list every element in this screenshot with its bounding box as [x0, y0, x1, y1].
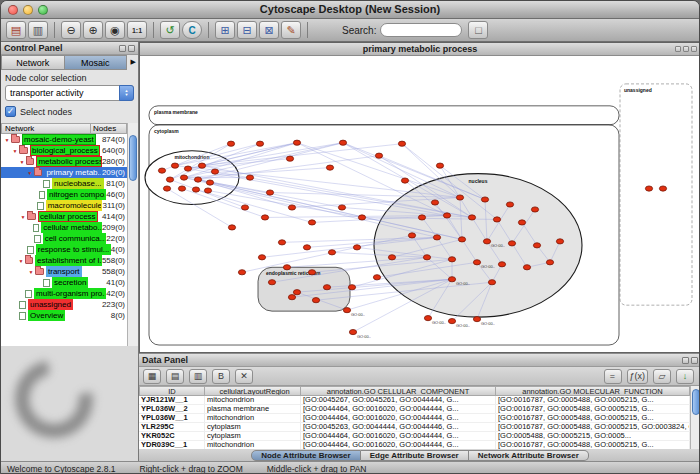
tree-row[interactable]: ▼transport558(0) [1, 266, 127, 277]
network-column-header[interactable]: Network [1, 123, 91, 134]
tree-row[interactable]: cell communica...22(0) [1, 233, 127, 244]
expander-icon[interactable]: ▼ [26, 170, 34, 176]
graph-node[interactable] [443, 213, 450, 218]
graph-node[interactable] [423, 255, 430, 260]
graph-node[interactable] [659, 186, 666, 191]
graph-node[interactable] [286, 156, 293, 161]
graph-node[interactable] [278, 240, 285, 245]
tree-row[interactable]: unassigned223(0) [1, 299, 127, 310]
tree-row[interactable]: ▼primary metab..209(0) [1, 167, 127, 178]
attribute-select-icon[interactable]: ▦ [143, 369, 161, 384]
tab-edge-attribute-browser[interactable]: Edge Attribute Browser [361, 450, 469, 461]
graph-node[interactable] [348, 285, 355, 290]
graph-node[interactable] [192, 187, 199, 192]
graph-node[interactable] [241, 205, 248, 210]
tree-row[interactable]: ▼establishment of l...558(0) [1, 255, 127, 266]
tab-network-attribute-browser[interactable]: Network Attribute Browser [469, 450, 589, 461]
graph-node[interactable] [166, 177, 173, 182]
tree-row[interactable]: macromolecule...311(0) [1, 200, 127, 211]
graph-node[interactable] [283, 265, 290, 270]
graph-node[interactable] [373, 275, 380, 280]
table-row[interactable]: YLR295Ccytoplasm[GO:0045263, GO:0044444,… [139, 423, 690, 432]
graph-node[interactable] [483, 239, 490, 244]
plugin-box-icon[interactable]: □ [468, 21, 488, 39]
graph-node[interactable] [408, 233, 415, 238]
graph-node[interactable] [556, 239, 563, 244]
graph-node[interactable] [398, 141, 405, 146]
graph-node[interactable] [228, 225, 235, 230]
zoom-selected-icon[interactable]: ◉ [105, 21, 125, 39]
zoom-out-icon[interactable]: ⊖ [61, 21, 81, 39]
graph-node[interactable] [308, 270, 315, 275]
graph-node[interactable] [424, 316, 431, 321]
graph-node[interactable] [473, 317, 480, 322]
graph-node[interactable] [418, 215, 425, 220]
zoom-fit-icon[interactable]: 1:1 [127, 21, 147, 39]
tree-scrollbar[interactable] [127, 123, 138, 346]
graph-node[interactable] [261, 215, 268, 220]
graph-node[interactable] [353, 245, 360, 250]
nodes-column-header[interactable]: Nodes [91, 123, 127, 134]
tree-row[interactable]: nitrogen compo...46(0) [1, 189, 127, 200]
graph-node[interactable] [458, 237, 465, 242]
tree-row[interactable]: ▼mosaic-demo-yeast874(0) [1, 134, 127, 145]
tree-scrollbar-thumb[interactable] [129, 135, 137, 181]
graph-node[interactable] [258, 255, 265, 260]
graph-node[interactable] [308, 220, 315, 225]
graph-node[interactable] [206, 180, 213, 185]
graph-node[interactable] [204, 188, 211, 193]
graph-node[interactable] [498, 262, 505, 267]
tab-node-attribute-browser[interactable]: Node Attribute Browser [251, 450, 361, 461]
table-scrollbar[interactable] [690, 386, 700, 449]
column-header[interactable]: annotation.GO CELLULAR_COMPONENT [301, 386, 496, 396]
graph-node[interactable] [178, 186, 185, 191]
graph-node[interactable] [388, 255, 395, 260]
graph-node[interactable] [358, 215, 365, 220]
cytoscape-logo-icon[interactable]: C [182, 21, 202, 39]
delete-attribute-icon[interactable]: ✕ [235, 369, 253, 384]
graph-node[interactable] [328, 250, 335, 255]
graph-node[interactable] [303, 245, 310, 250]
graph-node[interactable] [508, 241, 515, 246]
export-attributes-icon[interactable]: ↓ [676, 369, 694, 384]
expander-icon[interactable]: ▼ [3, 137, 11, 143]
table-row[interactable]: YPL036W__2plasma membrane[GO:0044464, GO… [139, 405, 690, 414]
graph-node[interactable] [448, 319, 455, 324]
search-input[interactable] [380, 23, 462, 37]
graph-node[interactable] [163, 186, 170, 191]
table-row[interactable]: YDR039C__1mitochondrion[GO:0044464, GO:0… [139, 441, 690, 449]
expander-icon[interactable]: ▼ [17, 258, 24, 264]
zoom-in-icon[interactable]: ⊕ [83, 21, 103, 39]
graph-node[interactable] [506, 202, 513, 207]
expander-icon[interactable]: ▼ [18, 159, 26, 165]
batch-edit-icon[interactable]: B [212, 369, 230, 384]
copy-attribute-icon[interactable]: ▥ [189, 369, 207, 384]
network-view-titlebar[interactable]: primary metabolic process [140, 43, 700, 56]
graph-node[interactable] [349, 329, 356, 334]
graph-node[interactable] [288, 295, 295, 300]
graph-node[interactable] [194, 177, 201, 182]
function-builder-icon[interactable]: ƒ(x) [627, 369, 649, 384]
graph-node[interactable] [238, 270, 245, 275]
column-header[interactable]: ID [139, 386, 205, 396]
frame-minimize-button[interactable] [675, 46, 681, 52]
table-row[interactable]: YJR121W__1mitochondrion[GO:0045267, GO:0… [139, 396, 690, 405]
graph-node[interactable] [266, 190, 273, 195]
network-canvas[interactable]: plasma membranecytoplasmunassignednucleu… [140, 56, 700, 352]
graph-node[interactable] [293, 290, 300, 295]
layout-refresh-icon[interactable]: ↺ [160, 21, 180, 39]
graph-edge[interactable] [297, 143, 447, 216]
tree-row[interactable]: ▼cellular process414(0) [1, 211, 127, 222]
select-nodes-checkbox[interactable]: ✓ [5, 106, 16, 117]
tree-row[interactable]: cellular metabo...209(0) [1, 222, 127, 233]
graph-node[interactable] [531, 207, 538, 212]
graph-node[interactable] [448, 277, 455, 282]
import-attributes-icon[interactable]: ▱ [653, 369, 671, 384]
network-manager-icon[interactable]: ⊞ [215, 21, 235, 39]
graph-node[interactable] [431, 200, 438, 205]
node-color-dropdown[interactable]: transporter activity ▲▼ [5, 85, 134, 101]
new-session-icon[interactable]: ▤ [6, 21, 26, 39]
tree-row[interactable]: response to stimul...4(0) [1, 244, 127, 255]
float-panel-button[interactable] [682, 357, 689, 364]
tree-row[interactable]: multi-organism pro...42(0) [1, 288, 127, 299]
